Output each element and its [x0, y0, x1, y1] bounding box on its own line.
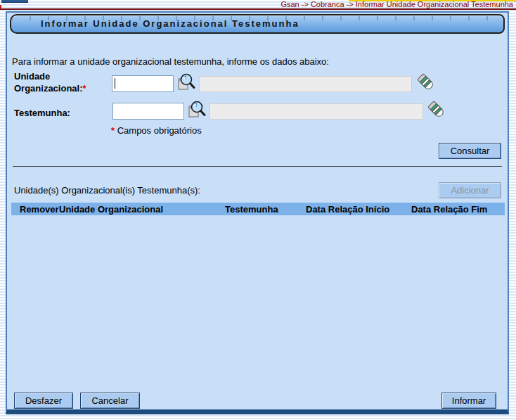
informar-button[interactable]: Informar — [441, 393, 496, 409]
cancelar-button[interactable]: Cancelar — [80, 393, 140, 409]
testemunha-label: Testemunha: — [14, 107, 107, 119]
magnifier-document-icon — [187, 100, 206, 119]
column-header-unidade-organizacional: Unidade Organizacional — [59, 204, 225, 215]
unidade-organizacional-code-input[interactable] — [112, 75, 174, 92]
column-header-testemunha: Testemunha — [225, 204, 306, 215]
top-navigation-bar: Gsan -> Cobranca -> Informar Unidade Org… — [0, 0, 516, 10]
breadcrumb[interactable]: Gsan -> Cobranca -> Informar Unidade Org… — [280, 1, 513, 8]
unidade-organizacional-erase-button[interactable] — [416, 72, 435, 91]
testemunha-description-field — [209, 103, 423, 120]
testemunha-code-input[interactable] — [112, 103, 184, 120]
list-section-label: Unidade(s) Organizacional(is) Testemunha… — [14, 185, 200, 196]
desfazer-button[interactable]: Desfazer — [14, 393, 73, 409]
testemunha-erase-button[interactable] — [427, 99, 446, 118]
section-divider — [13, 166, 502, 167]
breadcrumb-underline — [0, 8, 516, 10]
main-panel: Informar Unidade Organizacional Testemun… — [6, 11, 509, 414]
column-header-remover: Remover — [11, 204, 59, 215]
eraser-icon — [416, 72, 434, 91]
top-left-bar — [1, 0, 28, 3]
unidade-organizacional-lookup-button[interactable] — [176, 72, 195, 91]
adicionar-button[interactable]: Adicionar — [439, 182, 501, 198]
testemunha-lookup-button[interactable] — [187, 100, 206, 119]
magnifier-document-icon — [176, 72, 195, 91]
results-table-header: Remover Unidade Organizacional Testemunh… — [11, 203, 505, 215]
consultar-button[interactable]: Consultar — [439, 143, 501, 159]
eraser-icon — [427, 100, 445, 118]
text-cursor — [115, 78, 115, 89]
form-instruction: Para informar a unidade organizacional t… — [12, 56, 329, 67]
column-header-data-relacao-fim: Data Relação Fim — [411, 204, 505, 215]
left-red-mark — [0, 5, 1, 9]
required-asterisk: * — [83, 83, 86, 94]
unidade-organizacional-description-field — [199, 76, 412, 92]
page-title: Informar Unidade Organizacional Testemun… — [11, 15, 503, 32]
required-asterisk: * — [111, 125, 115, 136]
unidade-organizacional-label: Unidade Organizacional:* — [14, 70, 107, 94]
column-header-data-relacao-inicio: Data Relação Início — [306, 204, 411, 215]
required-fields-note: * Campos obrigatórios — [111, 125, 202, 136]
page-title-bar: Informar Unidade Organizacional Testemun… — [10, 14, 505, 34]
gsan-screen: Gsan -> Cobranca -> Informar Unidade Org… — [0, 0, 516, 420]
